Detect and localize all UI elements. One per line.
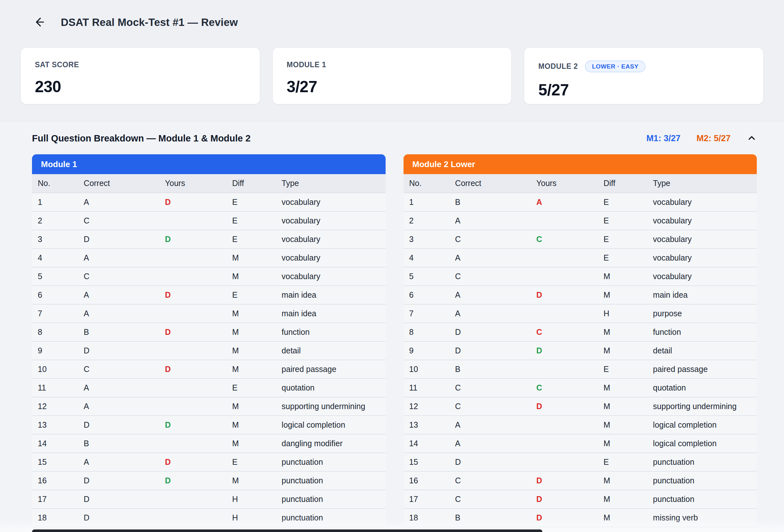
cell-correct: A [78,304,159,323]
table-row: 16DDMpunctuation [32,471,386,490]
cell-yours [159,211,227,230]
column-header: Type [647,174,757,193]
cell-yours: D [159,471,227,490]
cell-no: 12 [403,397,450,416]
cell-diff: E [226,230,276,248]
cell-yours: D [531,471,598,490]
sat-score-value: 230 [35,78,246,96]
cell-type: paired passage [276,360,385,379]
cell-no: 13 [403,416,450,434]
table-row: 4AMvocabulary [32,248,386,267]
table-row: 17DHpunctuation [32,490,386,508]
cell-diff: M [598,434,647,453]
cell-no: 8 [403,323,450,341]
cell-diff: E [598,360,647,379]
table-row: 12AMsupporting undermining [32,397,386,416]
table-row: 10BEpaired passage [403,360,757,379]
cell-type: main idea [276,285,385,304]
m2-stat: M2: 5/27 [696,134,731,143]
table-row: 3CCEvocabulary [403,230,757,248]
cell-type: quotation [647,379,757,397]
cell-no: 17 [403,490,450,508]
table-row: 1ADEvocabulary [32,193,386,211]
cell-correct: C [449,379,531,397]
cell-yours: C [531,323,598,341]
table-row: 4AEvocabulary [403,248,757,267]
cell-correct: A [449,285,531,304]
cell-yours: D [159,323,227,341]
table-row: 10CDMpaired passage [32,360,386,379]
back-button[interactable] [32,16,46,29]
breakdown-title: Full Question Breakdown — Module 1 & Mod… [32,133,251,144]
column-header-row: No.CorrectYoursDiffType [403,174,757,193]
collapse-section-button[interactable] [747,133,757,144]
cell-yours [159,341,227,360]
cell-no: 16 [32,471,78,490]
cell-type: punctuation [276,471,385,490]
cell-no: 12 [32,397,78,416]
table-row: 6ADEmain idea [32,285,386,304]
cell-correct: B [449,193,531,211]
cell-diff: M [226,304,276,323]
cell-yours: C [531,379,598,397]
table-row: 5CMvocabulary [32,267,386,285]
cell-yours [159,490,227,508]
cell-diff: M [598,471,647,490]
cell-diff: M [226,341,276,360]
cell-type: logical completion [276,416,385,434]
cell-type: detail [647,341,757,360]
cell-correct: D [78,490,159,508]
horizontal-scrollbar-thumb[interactable] [32,529,542,532]
table-row: 9DMdetail [32,341,386,360]
cell-yours [531,416,598,434]
cell-no: 11 [32,379,78,397]
cell-correct: B [449,360,531,379]
cell-yours [531,211,598,230]
cell-type: vocabulary [276,193,385,211]
summary-cards: SAT SCORE 230 MODULE 1 3/27 MODULE 2 LOW… [21,47,763,104]
cell-diff: M [598,416,647,434]
cell-diff: M [226,267,276,285]
cell-yours: D [531,397,598,416]
cell-correct: B [78,434,159,453]
summary-section: DSAT Real Mock-Test #1 — Review SAT SCOR… [0,0,784,121]
column-header: Correct [78,174,159,193]
breakdown-stats: M1: 3/27 M2: 5/27 [646,133,757,144]
table-row: 11CCMquotation [403,379,757,397]
module-bar: Module 1 [32,154,386,174]
cell-type: punctuation [276,453,385,471]
table-row: 15ADEpunctuation [32,453,386,471]
cell-correct: D [449,323,531,341]
cell-type: logical completion [647,416,757,434]
cell-type: purpose [647,304,757,323]
cell-no: 7 [403,304,450,323]
cell-diff: M [226,397,276,416]
cell-type: punctuation [647,453,757,471]
cell-no: 14 [403,434,450,453]
cell-no: 15 [32,453,78,471]
cell-yours: D [159,193,227,211]
cell-diff: M [598,490,647,508]
cell-yours: A [531,193,598,211]
cell-correct: A [449,248,531,267]
cell-yours [159,304,227,323]
cell-no: 18 [403,508,450,527]
cell-type: quotation [276,379,385,397]
module-bar: Module 2 Lower [403,154,757,174]
cell-no: 5 [32,267,78,285]
cell-diff: M [598,527,647,532]
card-label: MODULE 1 [287,60,327,69]
cell-no: 3 [403,230,450,248]
column-header: Diff [598,174,647,193]
table-row: 5CMvocabulary [403,267,757,285]
cell-correct: C [449,267,531,285]
cell-diff: M [226,471,276,490]
cell-type: punctuation [647,471,757,490]
cell-diff: M [226,434,276,453]
table-row: 7AMmain idea [32,304,386,323]
cell-correct: A [78,453,159,471]
cell-correct: D [78,416,159,434]
table-row: 14AMlogical completion [403,434,757,453]
cell-no: 18 [32,508,78,527]
module2-card: MODULE 2 LOWER · EASY 5/27 [524,47,763,104]
